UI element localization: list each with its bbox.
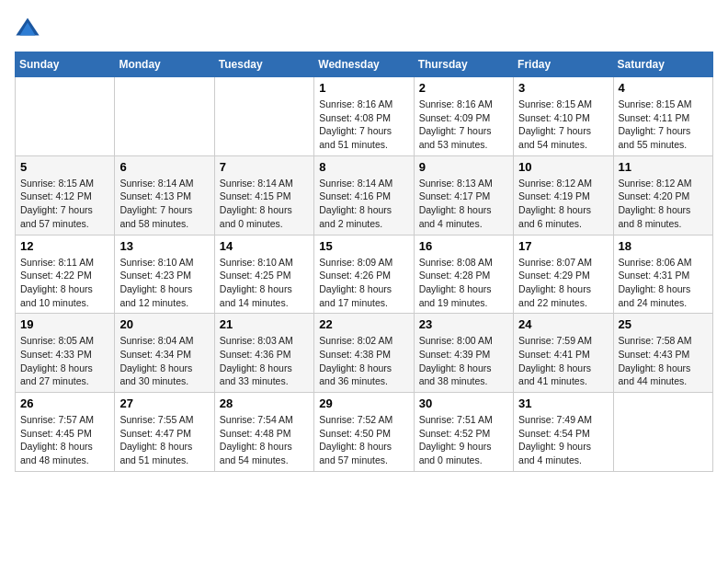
day-cell: 14Sunrise: 8:10 AM Sunset: 4:25 PM Dayli… (214, 235, 313, 314)
day-header-tuesday: Tuesday (214, 52, 313, 77)
day-info: Sunrise: 8:06 AM Sunset: 4:31 PM Dayligh… (619, 256, 708, 310)
day-cell: 24Sunrise: 7:59 AM Sunset: 4:41 PM Dayli… (514, 314, 613, 393)
day-info: Sunrise: 8:00 AM Sunset: 4:39 PM Dayligh… (419, 334, 508, 388)
day-info: Sunrise: 7:59 AM Sunset: 4:41 PM Dayligh… (518, 334, 608, 388)
day-cell: 3Sunrise: 8:15 AM Sunset: 4:10 PM Daylig… (514, 77, 613, 156)
day-number: 2 (419, 81, 508, 95)
day-info: Sunrise: 7:52 AM Sunset: 4:50 PM Dayligh… (319, 413, 408, 467)
day-number: 22 (319, 317, 408, 331)
day-cell: 12Sunrise: 8:11 AM Sunset: 4:22 PM Dayli… (16, 235, 115, 314)
day-cell (16, 77, 115, 156)
day-cell: 6Sunrise: 8:14 AM Sunset: 4:13 PM Daylig… (115, 155, 214, 235)
logo (15, 15, 44, 40)
day-header-monday: Monday (115, 52, 214, 77)
day-number: 6 (119, 160, 209, 174)
day-cell: 19Sunrise: 8:05 AM Sunset: 4:33 PM Dayli… (16, 314, 115, 393)
day-cell: 11Sunrise: 8:12 AM Sunset: 4:20 PM Dayli… (613, 155, 712, 235)
day-cell: 8Sunrise: 8:14 AM Sunset: 4:16 PM Daylig… (314, 155, 414, 235)
day-header-thursday: Thursday (414, 52, 513, 77)
day-number: 17 (518, 239, 608, 253)
day-info: Sunrise: 8:02 AM Sunset: 4:38 PM Dayligh… (319, 334, 408, 388)
day-info: Sunrise: 8:14 AM Sunset: 4:15 PM Dayligh… (220, 177, 309, 231)
day-cell: 23Sunrise: 8:00 AM Sunset: 4:39 PM Dayli… (414, 314, 513, 393)
day-number: 5 (20, 160, 109, 174)
day-cell: 31Sunrise: 7:49 AM Sunset: 4:54 PM Dayli… (514, 393, 613, 472)
day-number: 16 (419, 239, 508, 253)
day-info: Sunrise: 7:57 AM Sunset: 4:45 PM Dayligh… (20, 413, 109, 467)
day-cell: 25Sunrise: 7:58 AM Sunset: 4:43 PM Dayli… (613, 314, 712, 393)
logo-icon (15, 15, 40, 40)
day-cell: 26Sunrise: 7:57 AM Sunset: 4:45 PM Dayli… (16, 393, 115, 472)
day-number: 19 (20, 317, 109, 331)
day-cell: 18Sunrise: 8:06 AM Sunset: 4:31 PM Dayli… (613, 235, 712, 314)
day-info: Sunrise: 8:14 AM Sunset: 4:13 PM Dayligh… (119, 177, 209, 231)
day-cell: 9Sunrise: 8:13 AM Sunset: 4:17 PM Daylig… (414, 155, 513, 235)
day-cell: 28Sunrise: 7:54 AM Sunset: 4:48 PM Dayli… (214, 393, 313, 472)
day-number: 28 (220, 396, 309, 410)
day-number: 24 (518, 317, 608, 331)
week-row-1: 1Sunrise: 8:16 AM Sunset: 4:08 PM Daylig… (16, 77, 713, 156)
day-number: 13 (119, 239, 209, 253)
page-header (15, 15, 713, 40)
day-cell: 7Sunrise: 8:14 AM Sunset: 4:15 PM Daylig… (214, 155, 313, 235)
day-info: Sunrise: 7:54 AM Sunset: 4:48 PM Dayligh… (220, 413, 309, 467)
day-number: 27 (119, 396, 209, 410)
day-number: 20 (119, 317, 209, 331)
day-number: 3 (518, 81, 608, 95)
day-number: 26 (20, 396, 109, 410)
day-cell: 27Sunrise: 7:55 AM Sunset: 4:47 PM Dayli… (115, 393, 214, 472)
day-cell: 30Sunrise: 7:51 AM Sunset: 4:52 PM Dayli… (414, 393, 513, 472)
day-cell: 13Sunrise: 8:10 AM Sunset: 4:23 PM Dayli… (115, 235, 214, 314)
day-number: 4 (619, 81, 708, 95)
day-cell: 15Sunrise: 8:09 AM Sunset: 4:26 PM Dayli… (314, 235, 414, 314)
day-header-saturday: Saturday (613, 52, 712, 77)
week-row-4: 19Sunrise: 8:05 AM Sunset: 4:33 PM Dayli… (16, 314, 713, 393)
calendar-table: SundayMondayTuesdayWednesdayThursdayFrid… (15, 52, 713, 472)
day-cell (115, 77, 214, 156)
day-info: Sunrise: 8:15 AM Sunset: 4:11 PM Dayligh… (619, 98, 708, 152)
day-number: 25 (619, 317, 708, 331)
week-row-2: 5Sunrise: 8:15 AM Sunset: 4:12 PM Daylig… (16, 155, 713, 235)
day-cell: 2Sunrise: 8:16 AM Sunset: 4:09 PM Daylig… (414, 77, 513, 156)
day-info: Sunrise: 8:12 AM Sunset: 4:20 PM Dayligh… (619, 177, 708, 231)
day-number: 30 (419, 396, 508, 410)
day-info: Sunrise: 8:10 AM Sunset: 4:23 PM Dayligh… (119, 256, 209, 310)
day-number: 12 (20, 239, 109, 253)
day-header-friday: Friday (514, 52, 613, 77)
day-number: 29 (319, 396, 408, 410)
day-cell (613, 393, 712, 472)
day-number: 11 (619, 160, 708, 174)
day-cell (214, 77, 313, 156)
day-info: Sunrise: 8:10 AM Sunset: 4:25 PM Dayligh… (220, 256, 309, 310)
day-number: 8 (319, 160, 408, 174)
day-number: 10 (518, 160, 608, 174)
day-cell: 4Sunrise: 8:15 AM Sunset: 4:11 PM Daylig… (613, 77, 712, 156)
days-header-row: SundayMondayTuesdayWednesdayThursdayFrid… (16, 52, 713, 77)
day-cell: 20Sunrise: 8:04 AM Sunset: 4:34 PM Dayli… (115, 314, 214, 393)
day-number: 15 (319, 239, 408, 253)
day-number: 18 (619, 239, 708, 253)
day-cell: 10Sunrise: 8:12 AM Sunset: 4:19 PM Dayli… (514, 155, 613, 235)
day-info: Sunrise: 8:08 AM Sunset: 4:28 PM Dayligh… (419, 256, 508, 310)
day-cell: 22Sunrise: 8:02 AM Sunset: 4:38 PM Dayli… (314, 314, 414, 393)
day-info: Sunrise: 8:15 AM Sunset: 4:12 PM Dayligh… (20, 177, 109, 231)
day-info: Sunrise: 8:16 AM Sunset: 4:09 PM Dayligh… (419, 98, 508, 152)
day-cell: 1Sunrise: 8:16 AM Sunset: 4:08 PM Daylig… (314, 77, 414, 156)
day-cell: 5Sunrise: 8:15 AM Sunset: 4:12 PM Daylig… (16, 155, 115, 235)
week-row-5: 26Sunrise: 7:57 AM Sunset: 4:45 PM Dayli… (16, 393, 713, 472)
day-cell: 16Sunrise: 8:08 AM Sunset: 4:28 PM Dayli… (414, 235, 513, 314)
week-row-3: 12Sunrise: 8:11 AM Sunset: 4:22 PM Dayli… (16, 235, 713, 314)
day-header-wednesday: Wednesday (314, 52, 414, 77)
day-cell: 17Sunrise: 8:07 AM Sunset: 4:29 PM Dayli… (514, 235, 613, 314)
day-number: 21 (220, 317, 309, 331)
day-info: Sunrise: 8:11 AM Sunset: 4:22 PM Dayligh… (20, 256, 109, 310)
day-info: Sunrise: 7:55 AM Sunset: 4:47 PM Dayligh… (119, 413, 209, 467)
day-info: Sunrise: 8:13 AM Sunset: 4:17 PM Dayligh… (419, 177, 508, 231)
day-info: Sunrise: 8:16 AM Sunset: 4:08 PM Dayligh… (319, 98, 408, 152)
day-info: Sunrise: 8:14 AM Sunset: 4:16 PM Dayligh… (319, 177, 408, 231)
day-number: 9 (419, 160, 508, 174)
day-info: Sunrise: 8:03 AM Sunset: 4:36 PM Dayligh… (220, 334, 309, 388)
day-cell: 21Sunrise: 8:03 AM Sunset: 4:36 PM Dayli… (214, 314, 313, 393)
day-info: Sunrise: 8:09 AM Sunset: 4:26 PM Dayligh… (319, 256, 408, 310)
day-number: 7 (220, 160, 309, 174)
